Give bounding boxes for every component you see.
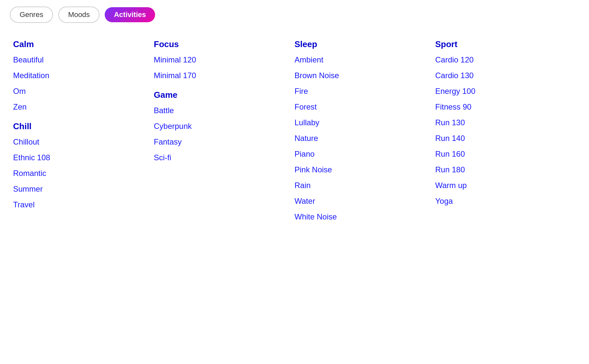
list-item-travel[interactable]: Travel <box>13 200 147 209</box>
category-header-calm: Calm <box>13 39 147 49</box>
category-header-game: Game <box>154 90 288 100</box>
list-item-sci-fi[interactable]: Sci-fi <box>154 153 288 162</box>
list-item-nature[interactable]: Nature <box>294 134 429 143</box>
filter-btn-moods[interactable]: Moods <box>58 7 99 23</box>
list-item-cyberpunk[interactable]: Cyberpunk <box>154 122 288 131</box>
list-item-om[interactable]: Om <box>13 87 147 96</box>
filter-btn-genres[interactable]: Genres <box>10 7 53 23</box>
column-2: SleepAmbientBrown NoiseFireForestLullaby… <box>294 36 435 228</box>
column-3: SportCardio 120Cardio 130Energy 100Fitne… <box>435 36 576 228</box>
category-header-chill: Chill <box>13 121 147 131</box>
list-item-fantasy[interactable]: Fantasy <box>154 137 288 147</box>
list-item-pink-noise[interactable]: Pink Noise <box>294 165 429 174</box>
list-item-energy-100[interactable]: Energy 100 <box>435 87 569 96</box>
filter-btn-activities[interactable]: Activities <box>105 7 155 22</box>
list-item-forest[interactable]: Forest <box>294 102 429 112</box>
list-item-piano[interactable]: Piano <box>294 149 429 159</box>
list-item-fire[interactable]: Fire <box>294 87 429 96</box>
list-item-minimal-170[interactable]: Minimal 170 <box>154 71 288 80</box>
list-item-warm-up[interactable]: Warm up <box>435 181 569 190</box>
list-item-ethnic-108[interactable]: Ethnic 108 <box>13 153 147 162</box>
list-item-water[interactable]: Water <box>294 197 429 206</box>
category-header-sleep: Sleep <box>294 39 429 49</box>
list-item-yoga[interactable]: Yoga <box>435 197 569 206</box>
list-item-run-140[interactable]: Run 140 <box>435 134 569 143</box>
list-item-chillout[interactable]: Chillout <box>13 137 147 147</box>
category-header-sport: Sport <box>435 39 569 49</box>
list-item-rain[interactable]: Rain <box>294 181 429 190</box>
list-item-run-180[interactable]: Run 180 <box>435 165 569 174</box>
list-item-minimal-120[interactable]: Minimal 120 <box>154 55 288 64</box>
list-item-summer[interactable]: Summer <box>13 184 147 194</box>
list-item-run-160[interactable]: Run 160 <box>435 149 569 159</box>
list-item-fitness-90[interactable]: Fitness 90 <box>435 102 569 112</box>
filter-bar: GenresMoodsActivities <box>10 7 579 23</box>
list-item-beautiful[interactable]: Beautiful <box>13 55 147 64</box>
list-item-run-130[interactable]: Run 130 <box>435 118 569 127</box>
column-0: CalmBeautifulMeditationOmZenChillChillou… <box>13 36 154 228</box>
list-item-battle[interactable]: Battle <box>154 106 288 115</box>
list-item-meditation[interactable]: Meditation <box>13 71 147 80</box>
list-item-white-noise[interactable]: White Noise <box>294 212 429 221</box>
list-item-zen[interactable]: Zen <box>13 102 147 112</box>
list-item-romantic[interactable]: Romantic <box>13 169 147 178</box>
list-item-lullaby[interactable]: Lullaby <box>294 118 429 127</box>
list-item-ambient[interactable]: Ambient <box>294 55 429 64</box>
list-item-brown-noise[interactable]: Brown Noise <box>294 71 429 80</box>
columns-container: CalmBeautifulMeditationOmZenChillChillou… <box>10 36 579 228</box>
list-item-cardio-130[interactable]: Cardio 130 <box>435 71 569 80</box>
category-header-focus: Focus <box>154 39 288 49</box>
column-1: FocusMinimal 120Minimal 170GameBattleCyb… <box>154 36 294 228</box>
list-item-cardio-120[interactable]: Cardio 120 <box>435 55 569 64</box>
